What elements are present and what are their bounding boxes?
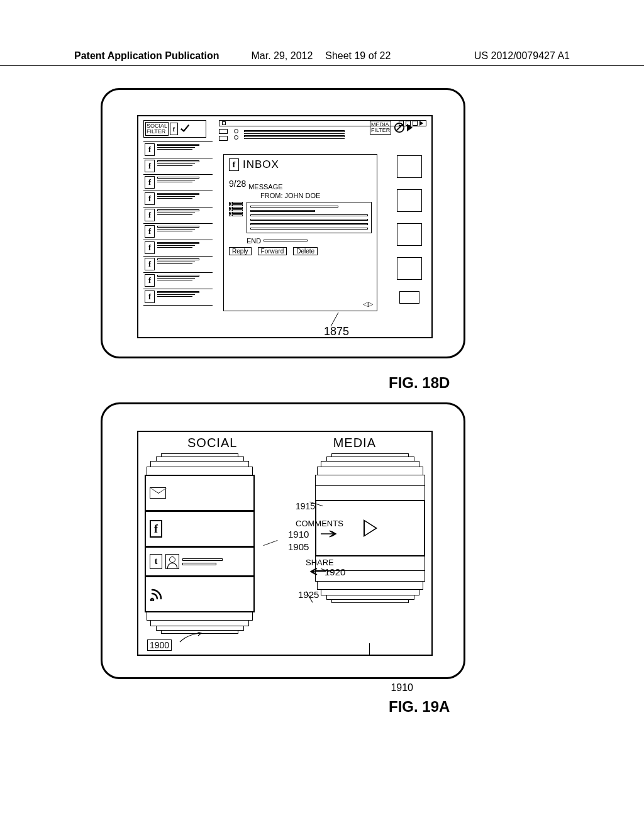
media-filter-button[interactable]: MEDIA FILTER <box>370 120 426 135</box>
arrow-right-icon <box>319 529 338 541</box>
social-item-twitter[interactable]: t <box>145 546 255 577</box>
reference-1920: 1920 <box>325 567 345 577</box>
facebook-icon: f <box>229 158 239 171</box>
media-column-title: MEDIA <box>333 436 376 450</box>
device-fig19a: SOCIAL MEDIA f t 1915 COMMENTS 1910 1905… <box>101 402 465 679</box>
media-thumb[interactable] <box>397 223 422 246</box>
social-filter-label: SOCIAL FILTER <box>145 122 169 136</box>
facebook-icon: f <box>145 209 155 221</box>
feed-item[interactable]: f <box>143 141 213 158</box>
forward-button[interactable]: Forward <box>258 247 287 255</box>
share-label: SHARE <box>306 558 334 567</box>
facebook-icon: f <box>145 176 155 189</box>
page-header: Patent Application Publication Mar. 29, … <box>0 50 644 66</box>
leader-line <box>369 643 370 655</box>
media-stack[interactable] <box>315 453 425 603</box>
publication-label: Patent Application Publication <box>74 50 219 61</box>
feed-item[interactable]: f <box>143 191 213 208</box>
delete-button[interactable]: Delete <box>293 247 318 255</box>
social-item-rss[interactable] <box>145 576 255 612</box>
reply-button[interactable]: Reply <box>229 247 252 255</box>
facebook-icon: f <box>145 225 155 238</box>
social-feed-column: f f f f f f f f f f <box>143 141 213 332</box>
message-label: MESSAGE <box>248 183 282 191</box>
media-thumb[interactable] <box>397 257 422 280</box>
message-date: 9/28 <box>229 179 246 189</box>
comments-label: COMMENTS <box>296 519 343 528</box>
envelope-icon <box>150 487 166 499</box>
facebook-icon: f <box>150 520 162 538</box>
svg-line-1 <box>396 124 403 131</box>
figure-label-18d: FIG. 18D <box>389 374 450 392</box>
feed-item[interactable]: f <box>143 158 213 175</box>
facebook-icon: f <box>145 274 155 287</box>
feed-item[interactable]: f <box>143 240 213 257</box>
person-icon <box>165 554 179 569</box>
inbox-title: INBOX <box>243 158 279 171</box>
media-item-video[interactable] <box>315 500 425 556</box>
figure-label-19a: FIG. 19A <box>389 698 450 716</box>
device-fig18d: SOCIAL FILTER f f f f f f f f f f f <box>101 88 465 358</box>
twitter-icon: t <box>150 554 162 569</box>
media-thumbnails-column <box>392 155 426 332</box>
feed-item[interactable]: f <box>143 257 213 273</box>
social-item-email[interactable] <box>145 475 255 511</box>
feed-item[interactable]: f <box>143 208 213 224</box>
prohibit-icon <box>394 122 405 133</box>
reference-1910-bottom: 1910 <box>391 682 413 694</box>
message-body <box>247 202 372 233</box>
feed-item[interactable]: f <box>143 273 213 289</box>
facebook-icon: f <box>145 290 155 303</box>
doc-number: US 2012/0079427 A1 <box>474 50 570 62</box>
social-filter-button[interactable]: SOCIAL FILTER f <box>143 120 206 138</box>
checkmark-icon <box>179 123 191 135</box>
feed-item[interactable]: f <box>143 224 213 240</box>
sheet-number: Sheet 19 of 22 <box>325 50 391 62</box>
facebook-icon: f <box>145 241 155 254</box>
feed-item[interactable]: f <box>143 175 213 191</box>
leader-line <box>264 540 278 546</box>
social-stack[interactable]: f t <box>145 453 255 634</box>
leader-line <box>328 313 341 326</box>
end-label: END <box>247 237 261 245</box>
publication-date: Mar. 29, 2012 <box>251 50 313 62</box>
social-column-title: SOCIAL <box>187 436 237 450</box>
feed-item[interactable]: f <box>143 289 213 306</box>
arrow-icon <box>179 632 204 647</box>
reference-1910: 1910 <box>288 529 309 540</box>
facebook-icon: f <box>145 258 155 270</box>
facebook-icon: f <box>145 160 155 172</box>
reference-1905: 1905 <box>288 541 309 552</box>
media-thumb[interactable] <box>397 155 422 178</box>
reference-1900: 1900 <box>147 639 172 651</box>
media-thumb[interactable] <box>399 291 419 304</box>
rss-icon <box>150 585 166 604</box>
play-icon <box>364 519 377 537</box>
message-from: FROM: JOHN DOE <box>260 192 372 199</box>
nav-arrows-icon[interactable]: ◁▷ <box>363 300 373 308</box>
social-item-facebook[interactable]: f <box>145 511 255 547</box>
facebook-icon: f <box>145 143 155 156</box>
media-meta <box>219 129 345 147</box>
facebook-icon: f <box>145 192 155 205</box>
media-thumb[interactable] <box>397 189 422 212</box>
attachment-thumbs <box>229 202 243 233</box>
inbox-panel: f INBOX 9/28 MESSAGE FROM: JOHN DOE END <box>223 154 377 311</box>
play-outline-icon <box>408 124 413 131</box>
reference-1875: 1875 <box>324 325 349 338</box>
facebook-icon: f <box>170 123 178 135</box>
media-filter-label: MEDIA FILTER <box>370 121 391 135</box>
screen-fig19a: SOCIAL MEDIA f t 1915 COMMENTS 1910 1905… <box>137 431 433 656</box>
svg-line-2 <box>331 313 338 326</box>
screen-fig18d: SOCIAL FILTER f f f f f f f f f f f <box>137 115 433 338</box>
